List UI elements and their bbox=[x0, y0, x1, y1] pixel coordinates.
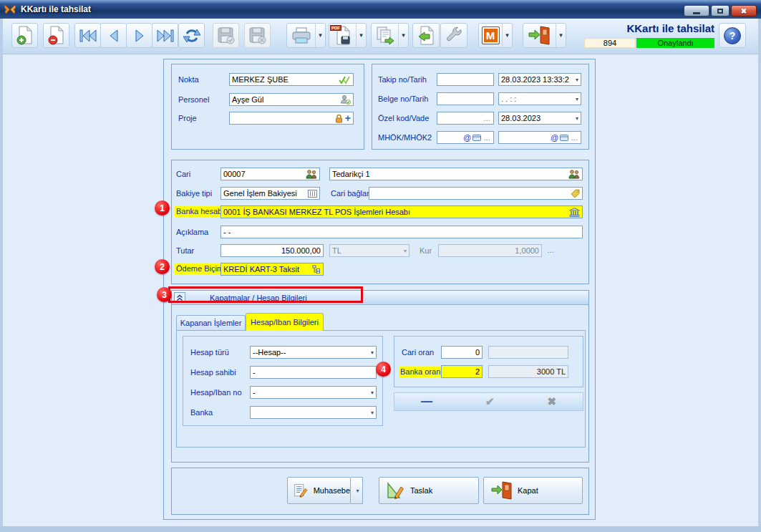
settings-button[interactable] bbox=[440, 23, 467, 48]
save-cancel-button[interactable] bbox=[244, 23, 271, 48]
hesap-turu-combo[interactable]: --Hesap-- ▾ bbox=[250, 346, 377, 359]
window: KKartı ile tahsilat ✖ bbox=[0, 0, 761, 532]
mhok2-field[interactable]: @ … bbox=[498, 131, 581, 144]
tab-kapanan-islemler[interactable]: Kapanan İşlemler bbox=[176, 315, 246, 330]
banka-oran-field[interactable]: 2 bbox=[441, 365, 483, 378]
document-dates-group: Takip no/Tarih 28.03.2023 13:33:2 ▾ Belg… bbox=[372, 64, 589, 150]
delete-record-button[interactable] bbox=[43, 23, 69, 48]
print-dropdown[interactable]: ▾ bbox=[315, 24, 325, 47]
new-record-button[interactable] bbox=[11, 23, 38, 48]
odeme-bicimi-label: Ödeme Biçimi bbox=[175, 263, 227, 274]
hesap-sahibi-label: Hesap sahibi bbox=[190, 368, 236, 377]
cari-baglanti-field[interactable] bbox=[369, 187, 583, 200]
mhok1-field[interactable]: @ … bbox=[437, 131, 494, 144]
tab-hesap-iban-bilgileri[interactable]: Hesap/Iban Bilgileri bbox=[246, 313, 324, 331]
remove-row-button[interactable]: — bbox=[421, 395, 432, 408]
copy-document-group: ▾ bbox=[371, 23, 409, 48]
hesap-sahibi-field[interactable]: - bbox=[250, 366, 377, 379]
hesap-groupbox: Hesap türü --Hesap-- ▾ Hesap sahibi - He… bbox=[183, 336, 383, 426]
takip-date-field[interactable]: 28.03.2023 13:33:2 ▾ bbox=[498, 73, 581, 86]
cari-group: Cari 00007 Tedarikçi 1 bbox=[171, 160, 589, 284]
cari-label: Cari bbox=[176, 170, 190, 178]
at-icon: @ bbox=[551, 133, 558, 142]
pdf-export-button[interactable]: PDF bbox=[329, 24, 356, 47]
first-record-button[interactable] bbox=[74, 23, 101, 48]
odeme-bicimi-value: KREDİ KART-3 Taksit bbox=[223, 265, 299, 274]
belge-date-field[interactable]: . . : : ▾ bbox=[498, 92, 581, 105]
refresh-button[interactable] bbox=[178, 23, 205, 48]
belge-no-field[interactable] bbox=[437, 92, 494, 105]
cari-oran-field[interactable]: 0 bbox=[441, 346, 483, 359]
currency-combo: TL ▾ bbox=[329, 244, 409, 257]
cari-code-field[interactable]: 00007 bbox=[220, 168, 320, 180]
mhok-label: MHÖK/MHÖK2 bbox=[378, 133, 432, 142]
takip-date-value: 28.03.2023 13:33:2 bbox=[501, 75, 569, 84]
tutar-label: Tutar bbox=[176, 246, 194, 255]
annotation-circle-4: 4 bbox=[376, 362, 391, 377]
restore-button[interactable] bbox=[711, 5, 730, 16]
tab-label: Hesap/Iban Bilgileri bbox=[251, 318, 319, 327]
ellipsis-icon: … bbox=[547, 246, 555, 254]
vade-date-value: 28.03.2023 bbox=[501, 114, 541, 122]
close-button[interactable]: ✖ bbox=[731, 5, 757, 16]
muhasebe-dropdown[interactable]: ▾ bbox=[351, 477, 363, 504]
kapat-button[interactable]: Kapat bbox=[483, 477, 583, 504]
nokta-field[interactable]: MERKEZ ŞUBE bbox=[229, 73, 354, 86]
minimize-button[interactable] bbox=[684, 5, 709, 16]
taslak-button[interactable]: Taslak bbox=[379, 477, 479, 504]
bakiye-tipi-value: Genel İşlem Bakiyesi bbox=[223, 189, 297, 198]
help-button[interactable]: ? bbox=[719, 23, 746, 48]
hesap-turu-label: Hesap türü bbox=[190, 348, 229, 357]
wrench-icon bbox=[445, 26, 463, 45]
cancel-row-button[interactable]: ✖ bbox=[547, 395, 556, 408]
proje-field[interactable]: + bbox=[229, 112, 354, 125]
draft-icon bbox=[387, 482, 405, 500]
pdf-dropdown[interactable]: ▾ bbox=[356, 24, 366, 47]
copy-dropdown[interactable]: ▾ bbox=[398, 24, 408, 47]
import-document-button[interactable] bbox=[412, 23, 440, 48]
banka-combo[interactable]: ▾ bbox=[250, 406, 377, 419]
footer-button-panel: Muhasebe ▾ Taslak Kapat bbox=[171, 468, 589, 515]
next-record-icon bbox=[133, 28, 146, 44]
copy-document-button[interactable] bbox=[372, 24, 398, 47]
bakiye-tipi-field[interactable]: Genel İşlem Bakiyesi bbox=[220, 187, 320, 200]
save-button[interactable] bbox=[213, 23, 239, 48]
chevron-down-icon: ▾ bbox=[359, 32, 363, 39]
print-button[interactable] bbox=[287, 24, 315, 47]
ellipsis-icon: … bbox=[483, 115, 491, 122]
cari-oran-value: 0 bbox=[475, 348, 480, 357]
mikro-logo-button[interactable]: M bbox=[479, 24, 502, 47]
chevron-down-icon: ▾ bbox=[505, 32, 509, 39]
next-record-button[interactable] bbox=[126, 23, 152, 48]
banka-hesabi-label: Banka hesabı bbox=[175, 206, 226, 217]
add-icon: + bbox=[345, 113, 351, 123]
aciklama-field[interactable]: - - bbox=[220, 226, 583, 238]
muhasebe-button[interactable]: Muhasebe bbox=[287, 477, 351, 504]
cari-oran-label: Cari oran bbox=[402, 348, 434, 357]
personel-field[interactable]: Ayşe Gül bbox=[229, 93, 354, 106]
delete-document-icon bbox=[47, 25, 66, 46]
tutar-field[interactable]: 150.000,00 bbox=[220, 244, 324, 257]
card-icon bbox=[560, 135, 568, 141]
restore-icon bbox=[717, 9, 723, 14]
confirm-row-button[interactable]: ✔ bbox=[485, 395, 495, 408]
proje-label: Proje bbox=[178, 114, 197, 122]
hesap-iban-no-combo[interactable]: - ▾ bbox=[250, 386, 377, 399]
last-record-button[interactable] bbox=[152, 23, 178, 48]
kapat-label: Kapat bbox=[518, 486, 538, 495]
people-icon bbox=[568, 170, 580, 179]
window-border-left bbox=[0, 19, 3, 532]
ellipsis-icon: … bbox=[483, 134, 491, 142]
previous-record-button[interactable] bbox=[100, 23, 127, 48]
cari-name-field[interactable]: Tedarikçi 1 bbox=[329, 168, 583, 180]
vade-date-field[interactable]: 28.03.2023 ▾ bbox=[498, 112, 581, 125]
chevron-down-icon: ▾ bbox=[576, 96, 578, 102]
accounting-document-icon bbox=[294, 482, 309, 499]
ozel-kod-field[interactable]: … bbox=[437, 112, 494, 125]
mikro-dropdown[interactable]: ▾ bbox=[502, 24, 512, 47]
annotation-circle-2: 2 bbox=[155, 259, 170, 274]
odeme-bicimi-field[interactable]: KREDİ KART-3 Taksit bbox=[220, 263, 324, 276]
tag-icon bbox=[571, 189, 580, 198]
takip-no-field[interactable] bbox=[437, 73, 494, 86]
banka-hesabi-field[interactable]: 0001 İŞ BANKASI MERKEZ TL POS İşlemleri … bbox=[220, 205, 583, 218]
